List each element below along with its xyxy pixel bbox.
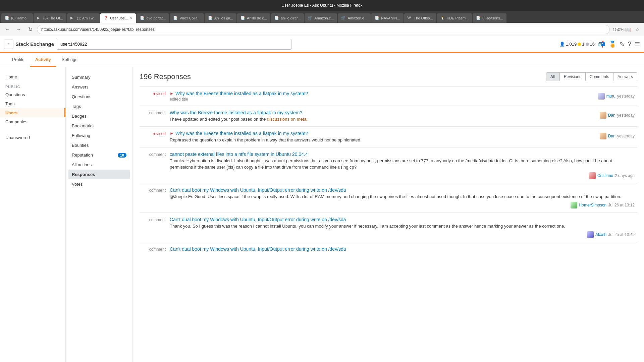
browser-tab-3[interactable]: ▶ (1) Am I w...	[67, 13, 100, 23]
avatar-dan-1	[600, 112, 606, 119]
browser-tab-1[interactable]: 📑 (8) Ramo...	[1, 13, 33, 23]
help-icon[interactable]: ?	[628, 41, 631, 48]
achievements-icon[interactable]: 🏅	[609, 41, 616, 48]
menu-icon[interactable]: ☰	[635, 41, 640, 48]
response-title-2[interactable]: ► Why was the Breeze theme installed as …	[170, 131, 564, 136]
response-title-0[interactable]: ► Why was the Breeze theme installed as …	[170, 91, 564, 96]
user-link-4[interactable]: HomerSimpson	[579, 203, 607, 207]
user-link-2[interactable]: Dan	[608, 134, 615, 138]
browser-tab-15[interactable]: 📑 8 Reasons...	[473, 13, 506, 23]
browser-tab-5[interactable]: 📑 dvd portat...	[137, 13, 169, 23]
gold-count: 1	[582, 42, 584, 47]
timestamp-0: yesterday	[617, 94, 635, 99]
activity-nav-bounties[interactable]: Bounties	[68, 140, 130, 150]
tab-close-4[interactable]: ✕	[130, 16, 132, 20]
activity-nav-summary[interactable]: Summary	[68, 72, 130, 82]
tab-favicon-13: W	[408, 16, 412, 20]
meta-link-1[interactable]: discussions on meta	[267, 117, 307, 122]
user-link-3[interactable]: Cristiano	[597, 173, 613, 178]
forward-button[interactable]: →	[14, 25, 23, 34]
se-logo[interactable]: ≡ Stack Exchange	[4, 40, 54, 49]
filter-tab-revisions[interactable]: Revisions	[560, 73, 586, 81]
filter-tab-answers[interactable]: Answers	[613, 73, 637, 81]
activity-nav-questions[interactable]: Questions	[68, 92, 130, 102]
response-title-3[interactable]: cannot paste external files into a ntfs …	[170, 152, 635, 157]
browser-tab-11[interactable]: 🛒 Amazon.e...	[338, 13, 371, 23]
response-title-text-4: Can't dual boot my Windows with Ubuntu, …	[170, 187, 346, 193]
filter-tab-answers-label: Answers	[618, 74, 633, 79]
browser-tab-9[interactable]: 📑 anillo girar...	[271, 13, 304, 23]
main-content: 196 Responses All Revisions Comments Ans…	[133, 67, 644, 362]
response-type-3: comment	[142, 152, 166, 157]
activity-nav-tags[interactable]: Tags	[68, 102, 130, 111]
activity-nav-votes[interactable]: Votes	[68, 179, 130, 189]
address-bar[interactable]	[37, 25, 610, 34]
se-logo-icon: ≡	[4, 40, 13, 49]
browser-tab-13[interactable]: W The Offsp...	[404, 13, 436, 23]
tab-favicon-15: 📑	[476, 16, 481, 20]
sidebar-item-unanswered[interactable]: Unanswered	[0, 133, 65, 142]
bookmark-icon[interactable]: ☆	[633, 25, 641, 34]
filter-tab-comments[interactable]: Comments	[586, 73, 613, 81]
tab-label-6: Vnox Colla...	[179, 16, 200, 20]
response-title-5[interactable]: Can't dual boot my Windows with Ubuntu, …	[170, 217, 635, 222]
response-meta-3: Cristiano 2 days ago	[170, 172, 635, 179]
browser-tab-14[interactable]: 🐧 KDE Plasm...	[437, 13, 472, 23]
activity-nav-bookmarks[interactable]: Bookmarks	[68, 121, 130, 131]
browser-tab-7[interactable]: 📑 Anillos gir...	[205, 13, 236, 23]
timestamp-2: yesterday	[617, 134, 635, 138]
tab-label-1: (8) Ramo...	[11, 16, 30, 20]
tab-activity[interactable]: Activity	[30, 53, 56, 67]
activity-nav-badges[interactable]: Badges	[68, 111, 130, 121]
user-link-5[interactable]: Akash	[595, 232, 606, 237]
activity-nav-reputation[interactable]: Reputation 10	[68, 150, 130, 160]
search-input[interactable]	[57, 39, 291, 50]
browser-title: User Joepie Es - Ask Ubuntu - Mozilla Fi…	[281, 3, 362, 8]
browser-tab-2[interactable]: ▶ (8) The Of...	[34, 13, 66, 23]
activity-nav-following[interactable]: Following	[68, 131, 130, 140]
sidebar-item-questions[interactable]: Questions	[0, 90, 65, 99]
content-area: Summary Answers Questions Tags Badges Bo…	[66, 67, 644, 362]
browser-tab-6[interactable]: 📑 Vnox Colla...	[170, 13, 204, 23]
reload-button[interactable]: ↻	[25, 25, 35, 34]
tab-profile-label: Profile	[12, 57, 24, 62]
response-meta-4: HomerSimpson Jul 26 at 13:12	[170, 202, 635, 208]
table-row: comment Can't dual boot my Windows with …	[140, 242, 637, 256]
response-title-6[interactable]: Can't dual boot my Windows with Ubuntu, …	[170, 246, 635, 252]
review-icon[interactable]: ✎	[620, 41, 625, 48]
sidebar-item-companies[interactable]: Companies	[0, 117, 65, 126]
tab-profile[interactable]: Profile	[7, 53, 30, 67]
tab-label-13: The Offsp...	[414, 16, 433, 20]
browser-tab-12[interactable]: 📑 NAVANIN...	[371, 13, 403, 23]
expand-arrow-2[interactable]: ►	[170, 131, 174, 136]
activity-nav-answers[interactable]: Answers	[68, 82, 130, 92]
avatar-muru-0	[598, 93, 605, 100]
table-row: comment Can't dual boot my Windows with …	[140, 183, 637, 213]
browser-toolbar: ← → ↻ 150% 📖 ☆	[0, 23, 644, 36]
reader-icon[interactable]: 📖	[624, 25, 632, 34]
activity-nav-all-actions[interactable]: All actions	[68, 160, 130, 170]
tab-label-7: Anillos gir...	[214, 16, 233, 20]
expand-arrow-0[interactable]: ►	[170, 91, 174, 96]
sidebar-item-home[interactable]: Home	[0, 72, 65, 81]
sidebar-item-tags[interactable]: Tags	[0, 99, 65, 108]
response-title-4[interactable]: Can't dual boot my Windows with Ubuntu, …	[170, 187, 635, 193]
filter-tab-comments-label: Comments	[590, 74, 609, 79]
browser-tab-8[interactable]: 📑 Anillo de c...	[237, 13, 270, 23]
user-link-0[interactable]: muru	[606, 94, 615, 99]
tab-label-9: anillo girar...	[281, 16, 301, 20]
inbox-icon[interactable]: 📬	[598, 41, 605, 48]
activity-nav-badges-label: Badges	[72, 114, 87, 119]
sidebar-item-users[interactable]: Users	[0, 108, 65, 117]
browser-tab-4[interactable]: ❓ User Joe... ✕	[100, 13, 136, 23]
activity-nav-responses[interactable]: Responses	[68, 170, 130, 179]
tab-settings[interactable]: Settings	[56, 53, 83, 67]
response-body-1: Why was the Breeze theme installed as a …	[170, 110, 564, 122]
response-title-1[interactable]: Why was the Breeze theme installed as a …	[170, 110, 564, 115]
user-link-1[interactable]: Dan	[608, 113, 615, 118]
browser-tab-10[interactable]: 🛒 Amazon.c...	[305, 13, 337, 23]
reputation-badge-count: 10	[118, 153, 126, 158]
response-excerpt-1: I have updated and edited your post base…	[170, 116, 564, 122]
back-button[interactable]: ←	[3, 25, 12, 34]
filter-tab-all[interactable]: All	[546, 73, 560, 81]
